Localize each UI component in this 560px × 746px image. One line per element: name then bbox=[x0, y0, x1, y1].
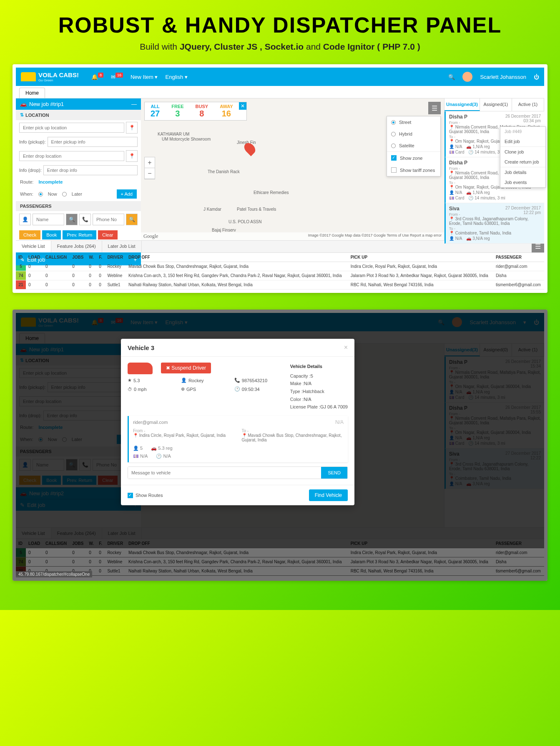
driver-stat: 👤 Rockey bbox=[181, 378, 229, 383]
car-icon bbox=[21, 72, 36, 81]
drop-info-input[interactable] bbox=[43, 165, 138, 175]
add-button[interactable]: + Add bbox=[117, 189, 137, 199]
map-zoom-controls: + − bbox=[144, 157, 155, 179]
passenger-email: rider@gmail.com bbox=[133, 420, 168, 425]
tab-active[interactable]: Active (1) bbox=[512, 98, 544, 111]
message-input-row: SEND bbox=[128, 466, 348, 479]
tab-unassigned[interactable]: Unassigned(3) bbox=[444, 98, 480, 111]
suspend-driver-button[interactable]: ✖ Suspend Driver bbox=[161, 363, 211, 373]
ctx-clone-job[interactable]: Clone job bbox=[500, 147, 545, 157]
car-icon bbox=[128, 363, 153, 374]
show-tariff-checkbox[interactable]: Show tariff zones bbox=[387, 164, 440, 176]
zoom-in-button[interactable]: + bbox=[145, 157, 155, 168]
tab-home[interactable]: Home bbox=[19, 88, 45, 98]
person-icon: 👤 bbox=[19, 214, 31, 225]
rating-stat: ★ 5.3 bbox=[128, 378, 175, 383]
new-item-dropdown[interactable]: New Item ▾ bbox=[131, 74, 158, 80]
location-section-header: ⇅LOCATION bbox=[16, 110, 141, 120]
search-name-button[interactable]: 🔍 bbox=[66, 214, 78, 225]
left-sidebar: 🚗 New job #trip1 — ⇅LOCATION 📍 Info (pic… bbox=[16, 98, 141, 240]
when-label: When: bbox=[20, 192, 33, 197]
ctx-jobid: Job #449 bbox=[500, 127, 545, 136]
layer-satelite[interactable]: Satelite bbox=[387, 140, 440, 151]
book-button[interactable]: Book bbox=[42, 230, 61, 239]
map-attribution: GoogleImage ©2017 Google Map data ©2017 … bbox=[141, 232, 444, 240]
map-poi: Bajaj Finserv bbox=[212, 228, 236, 232]
job-card[interactable]: Siva27 December 201712:22 pm From -📍 3rd… bbox=[444, 203, 544, 244]
language-dropdown[interactable]: English ▾ bbox=[166, 74, 188, 80]
map-stats-bar: ALL27 FREE3 BUSY8 AWAY16 ✕ bbox=[144, 102, 247, 121]
dispatcher-panel-1: VOILA CABS!Go Green 🔔8 ✉16 New Item ▾ En… bbox=[13, 64, 547, 293]
message-input[interactable] bbox=[128, 467, 321, 479]
newjob-header-1[interactable]: 🚗 New job #trip1 — bbox=[16, 98, 141, 110]
ctx-job-details[interactable]: Job details bbox=[500, 167, 545, 177]
vehicle-details: Vehicle Details Capacity :5 Make :N/A Ty… bbox=[290, 363, 348, 411]
map[interactable]: ALL27 FREE3 BUSY8 AWAY16 ✕ ☰ Street Hybr… bbox=[141, 98, 444, 240]
drop-pin-button[interactable]: 📍 bbox=[126, 150, 138, 162]
user-name[interactable]: Scarlett Johansson bbox=[480, 74, 526, 80]
car-icon: 🚗 bbox=[20, 101, 27, 107]
show-zone-checkbox[interactable]: Show zone bbox=[387, 152, 440, 164]
close-stats-icon[interactable]: ✕ bbox=[239, 102, 246, 110]
ctx-create-return[interactable]: Create return job bbox=[500, 157, 545, 167]
pickup-location-input[interactable] bbox=[19, 123, 124, 133]
phone-stat: 📞 9876543210 bbox=[234, 378, 282, 383]
when-now-radio[interactable] bbox=[38, 192, 43, 197]
mail-icon[interactable]: ✉16 bbox=[111, 74, 123, 80]
route-label: Route: bbox=[20, 179, 33, 184]
map-poi: The Danish Rack bbox=[208, 169, 240, 174]
clock-stat: 🕐 09:50:34 bbox=[234, 386, 282, 392]
check-button[interactable]: Check bbox=[19, 230, 40, 239]
drop-location-input[interactable] bbox=[19, 151, 124, 161]
map-layers-popup: Street Hybrid Satelite Show zone Show ta… bbox=[387, 116, 441, 176]
tab-vehicle-list[interactable]: Vehicle List bbox=[16, 241, 51, 252]
pickup-pin-button[interactable]: 📍 bbox=[126, 122, 138, 134]
dispatcher-panel-2: VOILA CABS!Go Green 🔔8 ✉16 New Item ▾ En… bbox=[13, 310, 547, 581]
ctx-job-events[interactable]: Job events bbox=[500, 177, 545, 187]
passenger-phone-input[interactable] bbox=[93, 214, 124, 225]
search-phone-button[interactable]: 🔍 bbox=[126, 214, 138, 225]
map-marker[interactable] bbox=[245, 142, 254, 155]
avatar[interactable] bbox=[462, 72, 472, 82]
zoom-out-button[interactable]: − bbox=[145, 168, 155, 179]
bell-icon[interactable]: 🔔8 bbox=[91, 74, 103, 80]
search-icon[interactable]: 🔍 bbox=[448, 74, 455, 80]
route-status: Incomplete bbox=[38, 179, 63, 184]
prev-return-button[interactable]: Prev. Return bbox=[63, 230, 96, 239]
ctx-edit-job[interactable]: Edit job bbox=[500, 136, 545, 146]
map-poi: Patel Tours & Travels bbox=[237, 207, 276, 212]
close-icon[interactable]: × bbox=[344, 344, 348, 351]
table-row[interactable]: 2100000Suttle1Naihati Railway Station, N… bbox=[16, 280, 544, 290]
job-context-menu: Job #449 Edit job Clone job Create retur… bbox=[500, 126, 546, 188]
trip-card: rider@gmail.comN/A From -📍 Indira Circle… bbox=[128, 416, 348, 462]
show-routes-checkbox[interactable]: Show Routes bbox=[128, 493, 163, 498]
topbar: VOILA CABS!Go Green 🔔8 ✉16 New Item ▾ En… bbox=[16, 68, 544, 86]
find-vehicle-button[interactable]: Find Vehicle bbox=[309, 489, 348, 501]
map-poi: UM Motorcycle Showroom bbox=[162, 137, 211, 141]
send-button[interactable]: SEND bbox=[321, 467, 347, 479]
passenger-name-input[interactable] bbox=[33, 214, 64, 225]
map-poi: KATHIAWAR UM bbox=[158, 132, 189, 136]
vehicle-modal: Vehicle 3× ✖ Suspend Driver ★ 5.3 👤 Rock… bbox=[121, 339, 354, 505]
hero-title: ROBUST & HANDY DISPATCHER PANEL bbox=[13, 13, 547, 38]
logo[interactable]: VOILA CABS!Go Green bbox=[21, 71, 79, 82]
modal-title: Vehicle 3 bbox=[128, 344, 154, 351]
speed-stat: ⏱ 0 mph bbox=[128, 386, 175, 392]
when-later-radio[interactable] bbox=[62, 192, 67, 197]
pickup-info-input[interactable] bbox=[48, 137, 138, 147]
power-icon[interactable]: ⏻ bbox=[534, 74, 539, 80]
hero-subtitle: Build with JQuery, Cluster JS , Socket.i… bbox=[13, 42, 547, 52]
right-panel: Unassigned(3) Assigned(1) Active (1) Dis… bbox=[444, 98, 544, 240]
layer-street[interactable]: Street bbox=[387, 116, 440, 128]
table-row[interactable]: 7400000WeblineKrishna Con-arch, 3, 150 f… bbox=[16, 271, 544, 280]
map-menu-button[interactable]: ☰ bbox=[428, 102, 441, 114]
status-bar-url: 45.79.80.167/dispatcher/#collapseOne bbox=[16, 571, 92, 577]
layer-hybrid[interactable]: Hybrid bbox=[387, 128, 440, 140]
tab-feature-jobs[interactable]: Feature Jobs (264) bbox=[51, 241, 102, 252]
tab-later-jobs[interactable]: Later Job List bbox=[102, 241, 142, 252]
tab-assigned[interactable]: Assigned(1) bbox=[480, 98, 512, 111]
map-poi: U.S. POLO ASSN bbox=[229, 219, 261, 224]
job-card[interactable]: Disha P26 December 201703:34 pm From -📍 … bbox=[444, 111, 544, 157]
clear-button[interactable]: Clear bbox=[98, 230, 117, 239]
minimize-icon[interactable]: — bbox=[131, 101, 137, 107]
